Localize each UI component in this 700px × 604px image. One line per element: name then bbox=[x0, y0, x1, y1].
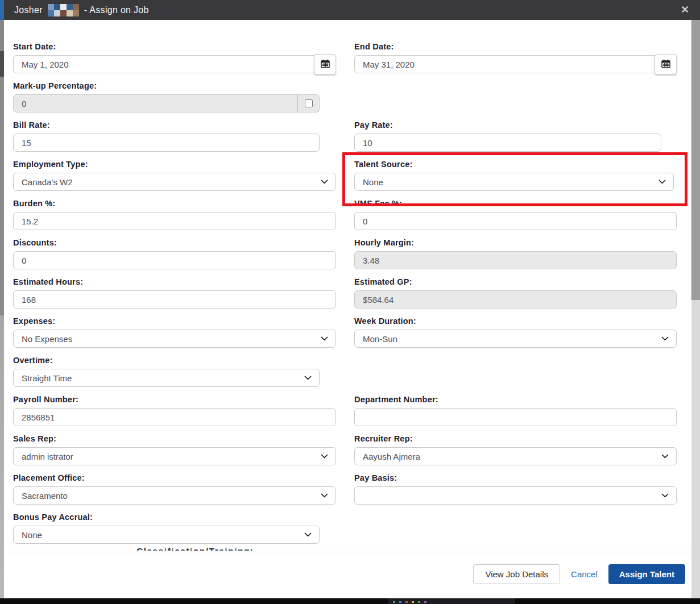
end-date-calendar-button[interactable] bbox=[655, 54, 677, 74]
overtime-select[interactable]: Straight Time bbox=[13, 369, 320, 387]
overtime-value: Straight Time bbox=[22, 373, 72, 383]
department-number-label: Department Number: bbox=[354, 394, 677, 405]
recruiter-rep-label: Recruiter Rep: bbox=[354, 434, 677, 444]
spacer bbox=[354, 512, 677, 551]
payroll-number-label: Payroll Number: bbox=[13, 394, 336, 405]
spacer bbox=[354, 355, 677, 394]
modal-title-suffix: - Assign on Job bbox=[84, 5, 149, 15]
field-vms-fee: VMS Fee %: bbox=[354, 198, 677, 238]
chevron-down-icon bbox=[321, 336, 328, 341]
burden-label: Burden %: bbox=[13, 198, 336, 209]
calendar-icon bbox=[321, 59, 330, 70]
spacer bbox=[354, 81, 677, 120]
bonus-pay-accrual-select[interactable]: None bbox=[13, 526, 320, 544]
modal-titlebar: Josher - Assign on Job ✕ bbox=[0, 0, 700, 20]
expenses-value: No Expenses bbox=[22, 334, 72, 344]
pay-rate-input[interactable] bbox=[354, 134, 661, 152]
markup-override-checkbox[interactable] bbox=[305, 99, 313, 107]
bonus-pay-accrual-value: None bbox=[22, 530, 42, 540]
chevron-down-icon bbox=[661, 493, 669, 498]
payroll-number-input[interactable] bbox=[13, 408, 336, 426]
field-start-date: Start Date: bbox=[13, 41, 336, 81]
expenses-label: Expenses: bbox=[13, 316, 336, 327]
vms-fee-input[interactable] bbox=[354, 212, 677, 230]
modal-title-prefix: Josher bbox=[14, 5, 43, 15]
modal-title: Josher - Assign on Job bbox=[14, 4, 149, 16]
estimated-gp-label: Estimated GP: bbox=[354, 277, 677, 288]
talent-source-value: None bbox=[363, 177, 383, 187]
placement-office-select[interactable]: Sacramento bbox=[13, 486, 336, 505]
talent-source-label: Talent Source: bbox=[354, 159, 677, 170]
field-estimated-gp: Estimated GP: bbox=[354, 277, 677, 316]
scrollbar-track[interactable] bbox=[691, 20, 700, 604]
field-end-date: End Date: bbox=[354, 41, 677, 81]
chevron-down-icon bbox=[304, 532, 312, 537]
field-bonus-pay-accrual: Bonus Pay Accrual: None bbox=[13, 512, 336, 551]
field-expenses: Expenses: No Expenses bbox=[13, 316, 336, 355]
pay-basis-select[interactable] bbox=[354, 486, 677, 505]
field-bill-rate: Bill Rate: bbox=[13, 120, 336, 159]
week-duration-label: Week Duration: bbox=[354, 316, 677, 327]
estimated-gp-input bbox=[354, 290, 677, 309]
field-week-duration: Week Duration: Mon-Sun bbox=[354, 316, 677, 355]
field-estimated-hours: Estimated Hours: bbox=[13, 277, 336, 316]
talent-source-select[interactable]: None bbox=[354, 173, 674, 191]
assign-job-form: Start Date: End Date: Mark-up Percentage… bbox=[13, 41, 677, 551]
field-department-number: Department Number: bbox=[354, 394, 677, 434]
sales-rep-select[interactable]: admin istrator bbox=[13, 447, 336, 465]
field-overtime: Overtime: Straight Time bbox=[13, 355, 336, 394]
chevron-down-icon bbox=[321, 180, 328, 184]
employment-type-select[interactable]: Canada's W2 bbox=[13, 173, 336, 191]
chevron-down-icon bbox=[661, 454, 669, 459]
field-sales-rep: Sales Rep: admin istrator bbox=[13, 434, 336, 473]
overtime-label: Overtime: bbox=[13, 355, 336, 366]
clipped-next-row: Classification/Training: bbox=[136, 546, 375, 551]
assign-talent-button[interactable]: Assign Talent bbox=[608, 564, 685, 584]
department-number-input[interactable] bbox=[354, 408, 677, 426]
bill-rate-label: Bill Rate: bbox=[13, 120, 336, 131]
taskbar-window-peek bbox=[388, 598, 515, 604]
view-job-details-button[interactable]: View Job Details bbox=[473, 564, 560, 584]
scrollbar-thumb[interactable] bbox=[691, 20, 700, 300]
field-talent-source: Talent Source: None bbox=[354, 159, 677, 198]
bill-rate-input[interactable] bbox=[13, 134, 320, 152]
week-duration-value: Mon-Sun bbox=[363, 334, 397, 344]
start-date-calendar-button[interactable] bbox=[314, 54, 336, 74]
field-recruiter-rep: Recruiter Rep: Aayush Ajmera bbox=[354, 434, 677, 473]
vms-fee-label: VMS Fee %: bbox=[354, 198, 677, 209]
field-discounts: Discounts: bbox=[13, 238, 336, 277]
chevron-down-icon bbox=[661, 336, 669, 341]
week-duration-select[interactable]: Mon-Sun bbox=[354, 330, 677, 348]
bonus-pay-accrual-label: Bonus Pay Accrual: bbox=[13, 512, 336, 523]
taskbar-icons-peek bbox=[393, 601, 426, 603]
page-backdrop bbox=[0, 20, 4, 604]
discounts-input[interactable] bbox=[13, 251, 336, 269]
estimated-hours-input[interactable] bbox=[13, 290, 336, 309]
employment-type-label: Employment Type: bbox=[13, 159, 336, 170]
recruiter-rep-select[interactable]: Aayush Ajmera bbox=[354, 447, 677, 465]
end-date-label: End Date: bbox=[354, 41, 677, 52]
markup-percentage-label: Mark-up Percentage: bbox=[13, 81, 336, 91]
cancel-link[interactable]: Cancel bbox=[571, 569, 598, 579]
field-hourly-margin: Hourly Margin: bbox=[354, 238, 677, 277]
discounts-label: Discounts: bbox=[13, 238, 336, 248]
close-icon[interactable]: ✕ bbox=[681, 3, 689, 16]
field-pay-rate: Pay Rate: bbox=[354, 120, 677, 159]
placement-office-value: Sacramento bbox=[22, 491, 68, 501]
burden-input[interactable] bbox=[13, 212, 336, 230]
field-placement-office: Placement Office: Sacramento bbox=[13, 473, 336, 512]
expenses-select[interactable]: No Expenses bbox=[13, 330, 336, 348]
footer-divider bbox=[4, 552, 691, 552]
chevron-down-icon bbox=[321, 454, 328, 459]
sales-rep-value: admin istrator bbox=[22, 452, 73, 461]
field-payroll-number: Payroll Number: bbox=[13, 394, 336, 434]
end-date-input[interactable] bbox=[354, 55, 655, 73]
start-date-input[interactable] bbox=[13, 55, 314, 73]
start-date-label: Start Date: bbox=[13, 41, 336, 52]
field-markup-percentage: Mark-up Percentage: bbox=[13, 81, 336, 120]
taskbar-peek bbox=[0, 598, 700, 604]
field-burden: Burden %: bbox=[13, 198, 336, 238]
chevron-down-icon bbox=[304, 376, 312, 380]
markup-percentage-input bbox=[13, 94, 298, 113]
calendar-icon bbox=[661, 59, 670, 70]
